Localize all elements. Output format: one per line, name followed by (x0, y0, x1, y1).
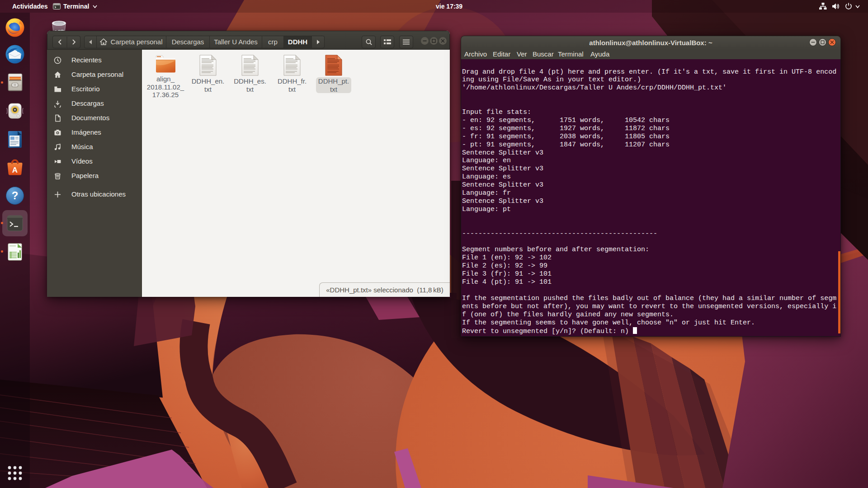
svg-text:?: ? (12, 189, 19, 202)
svg-text:A: A (12, 166, 18, 174)
